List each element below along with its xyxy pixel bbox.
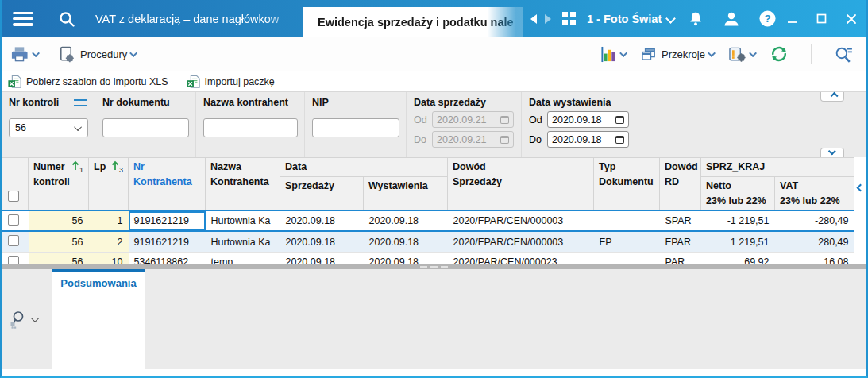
print-dropdown-chevron-icon: [32, 49, 40, 57]
col-header-dowod-rd[interactable]: Dowód RD: [660, 158, 701, 211]
tab-podsumowania[interactable]: Podsumowania: [52, 269, 145, 376]
col-header-netto[interactable]: Netto23% lub 22%: [701, 176, 775, 210]
expand-filter-panel-button[interactable]: [820, 148, 844, 157]
procedury-button[interactable]: Procedury: [57, 45, 137, 64]
equals-filter-icon[interactable]: [74, 99, 87, 106]
cell-numer-kontroli[interactable]: 56: [29, 210, 89, 231]
col-header-data-wystawienia[interactable]: Wystawienia: [364, 176, 448, 210]
przekroje-button[interactable]: Przekroje: [640, 47, 716, 62]
col-header-data-sprzedazy[interactable]: Sprzedaży: [280, 176, 364, 210]
locator-search-icon[interactable]: [8, 310, 27, 329]
help-icon[interactable]: ?: [758, 10, 777, 28]
col-group-sprz-kraj[interactable]: SPRZ_KRAJ: [701, 158, 854, 177]
cell-nr-kontrahenta[interactable]: 9191621219: [129, 231, 206, 252]
data-wystawienia-do-field[interactable]: 2020.09.18: [547, 131, 629, 148]
cell-nazwa-kontrahenta[interactable]: Hurtownia Ka: [206, 210, 280, 231]
data-wystawienia-od-field[interactable]: 2020.09.18: [547, 111, 629, 128]
procedury-label: Procedury: [80, 48, 127, 60]
row-checkbox[interactable]: [8, 214, 19, 226]
nr-kontroli-select[interactable]: 56: [9, 118, 88, 137]
panel-splitter[interactable]: [2, 264, 866, 269]
col-header-vat[interactable]: VAT23% lub 22%: [775, 176, 854, 210]
data-wystawienia-do-label: Do: [529, 134, 543, 145]
print-button[interactable]: [10, 45, 40, 64]
cell-lp[interactable]: 2: [89, 231, 129, 252]
cell-data-wystawienia[interactable]: 2020.09.18: [364, 210, 448, 231]
sort-asc-3-icon[interactable]: 3: [111, 160, 123, 176]
cell-dowod-sprzedazy[interactable]: 2020/FPAR/CEN/000003: [448, 231, 594, 252]
cell-dowod-sprzedazy[interactable]: 2020/FPAR/CEN/000003: [448, 210, 594, 231]
cell-vat[interactable]: -280,49: [775, 210, 854, 231]
cell-lp[interactable]: 1: [89, 210, 129, 231]
collapse-filter-panel-button[interactable]: [820, 92, 844, 102]
windows-overlap-icon: [640, 47, 657, 62]
select-all-checkbox[interactable]: [8, 191, 19, 202]
cell-data-sprzedazy[interactable]: 2020.09.18: [280, 231, 364, 252]
cell-nazwa-kontrahenta[interactable]: Hurtownia Ka: [206, 231, 280, 252]
nip-input[interactable]: [312, 118, 399, 137]
next-tab-arrow-icon[interactable]: [545, 14, 551, 24]
svg-text:?: ?: [764, 13, 770, 25]
calendar-icon: [500, 136, 509, 144]
nazwa-kontrahent-label: Nazwa kontrahent: [203, 97, 298, 108]
side-panel-strip: [854, 157, 866, 264]
cell-vat[interactable]: 280,49: [775, 231, 854, 252]
cell-netto[interactable]: -1 219,51: [701, 210, 775, 231]
table-row[interactable]: 56 2 9191621219 Hurtownia Ka 2020.09.18 …: [2, 231, 854, 252]
download-xls-template-label: Pobierz szablon do importu XLS: [26, 76, 168, 87]
filter-search-icon[interactable]: [834, 45, 854, 64]
row-checkbox[interactable]: [8, 235, 19, 246]
company-selector-label[interactable]: 1 - Foto Świat: [587, 13, 662, 25]
tab-vat-deklaracja[interactable]: VAT z deklaracją – dane nagłówkow: [95, 0, 303, 37]
maximize-button[interactable]: [816, 14, 827, 24]
cell-dowod-rd[interactable]: SPAR: [660, 210, 701, 231]
data-sprzedazy-od-field: 2020.09.21: [432, 111, 514, 128]
nr-dokumentu-input[interactable]: [102, 118, 189, 137]
cell-numer-kontroli[interactable]: 56: [29, 231, 89, 252]
col-group-data[interactable]: Data: [280, 158, 448, 177]
data-wystawienia-od-label: Od: [529, 114, 543, 125]
sort-asc-1-icon[interactable]: 1: [71, 160, 83, 176]
user-account-icon[interactable]: [722, 10, 741, 29]
nazwa-kontrahent-input[interactable]: [203, 118, 298, 137]
col-header-lp[interactable]: Lp 3: [89, 158, 129, 211]
apps-grid-icon[interactable]: [562, 12, 576, 25]
expand-side-panel-chevron-icon[interactable]: [857, 184, 865, 192]
locator-dropdown-chevron-icon[interactable]: [31, 314, 39, 322]
col-header-typ-dokumentu[interactable]: Typ Dokumentu: [594, 158, 660, 211]
search-icon[interactable]: [57, 10, 76, 29]
cell-data-sprzedazy[interactable]: 2020.09.18: [280, 210, 364, 231]
table-row[interactable]: 56 1 9191621219 Hurtownia Ka 2020.09.18 …: [2, 210, 854, 231]
settings-button[interactable]: [728, 46, 757, 63]
nr-kontroli-select-chevron-icon: [74, 123, 82, 131]
close-button[interactable]: [846, 14, 857, 25]
actionbar: Pobierz szablon do importu XLS Importuj …: [2, 71, 866, 91]
procedury-dropdown-chevron-icon: [129, 49, 137, 57]
col-header-numer-kontroli[interactable]: Numer kontroli 1: [29, 158, 89, 211]
col-header-dowod-sprzedazy[interactable]: Dowód Sprzedaży: [448, 158, 594, 211]
chevron-up-icon: [830, 92, 838, 100]
settings-dropdown-chevron-icon: [749, 49, 757, 57]
calendar-icon[interactable]: [615, 116, 624, 124]
cell-typ-dokumentu[interactable]: FP: [594, 231, 660, 252]
prev-tab-arrow-icon[interactable]: [530, 14, 537, 24]
hamburger-menu-icon[interactable]: [13, 12, 33, 26]
bottom-panel: Podsumowania: [2, 269, 866, 376]
notifications-bell-icon[interactable]: [687, 10, 704, 28]
cell-typ-dokumentu[interactable]: [594, 210, 660, 231]
download-xls-template-button[interactable]: Pobierz szablon do importu XLS: [7, 75, 168, 89]
chevron-down-icon: [827, 147, 835, 155]
cell-dowod-rd[interactable]: FPAR: [660, 231, 701, 252]
cell-netto[interactable]: 1 219,51: [701, 231, 775, 252]
cell-nr-kontrahenta-selected[interactable]: 9191621219: [129, 210, 206, 231]
cell-data-wystawienia[interactable]: 2020.09.18: [364, 231, 448, 252]
filter-panel: Nr kontroli 56 Nr dokumentu Nazwa kontra…: [2, 91, 866, 157]
tab-ewidencja-sprzedazy[interactable]: Ewidencja sprzedaży i podatku nale: [303, 7, 523, 37]
col-header-nazwa-kontrahenta[interactable]: Nazwa Kontrahenta: [206, 158, 280, 211]
refresh-icon[interactable]: [770, 44, 789, 64]
chart-button[interactable]: [600, 46, 627, 63]
calendar-icon[interactable]: [615, 136, 624, 144]
minimize-button[interactable]: [787, 14, 797, 24]
import-package-button[interactable]: Importuj paczkę: [186, 75, 275, 89]
col-header-nr-kontrahenta[interactable]: Nr Kontrahenta: [129, 158, 206, 211]
